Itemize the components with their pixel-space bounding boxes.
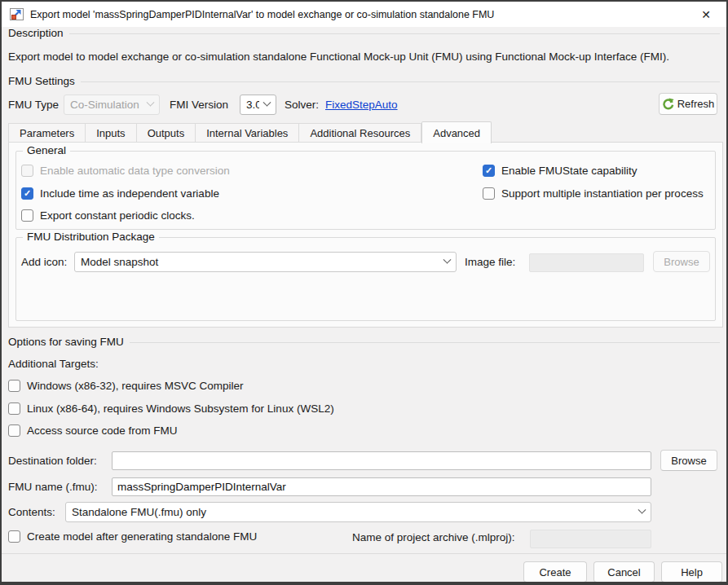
refresh-icon xyxy=(662,98,674,110)
advanced-tab-panel: General Enable automatic data type conve… xyxy=(8,142,723,328)
chevron-down-icon xyxy=(443,256,452,264)
tab-parameters[interactable]: Parameters xyxy=(8,123,86,143)
chevron-down-icon xyxy=(263,99,271,107)
fmu-type-label: FMU Type xyxy=(8,94,59,116)
checkbox-access-source-code[interactable]: Access source code from FMU xyxy=(8,424,178,437)
checkbox-icon xyxy=(8,402,20,415)
checkbox-icon xyxy=(8,530,20,543)
export-fmu-dialog: Export model 'massSpringDamperPIDInterna… xyxy=(0,0,728,585)
checkbox-target-linux-x86-64[interactable]: Linux (x86-64), requires Windows Subsyst… xyxy=(8,402,334,415)
contents-select[interactable]: Standalone FMU(.fmu) only xyxy=(65,502,651,522)
settings-tab-bar: Parameters Inputs Outputs Internal Varia… xyxy=(8,121,492,143)
image-file-label: Image file: xyxy=(465,251,515,273)
chevron-down-icon xyxy=(638,506,646,514)
chevron-down-icon xyxy=(147,99,155,107)
checkbox-fmustate-capability[interactable]: Enable FMUState capability xyxy=(483,165,638,177)
description-header: Description xyxy=(8,27,720,39)
solver-link[interactable]: FixedStepAuto xyxy=(325,99,398,111)
project-archive-label: Name of project archive (.mlproj): xyxy=(352,531,515,543)
checkbox-multiple-instantiation[interactable]: Support multiple instantiation per proce… xyxy=(483,187,704,200)
checkbox-icon xyxy=(21,209,33,222)
tab-internal-variables[interactable]: Internal Variables xyxy=(196,123,299,143)
fmi-version-label: FMI Version xyxy=(170,94,228,116)
refresh-button[interactable]: Refresh xyxy=(659,93,717,115)
window-title: Export model 'massSpringDamperPIDInterna… xyxy=(30,9,494,20)
checkbox-icon xyxy=(21,165,33,177)
checkbox-icon xyxy=(483,165,495,177)
additional-targets-label: Additional Targets: xyxy=(8,358,99,370)
checkbox-icon xyxy=(21,187,33,200)
image-browse-button: Browse xyxy=(653,251,710,272)
create-button[interactable]: Create xyxy=(523,561,587,583)
fmu-distribution-groupbox: FMU Distribution Package Add icon: Model… xyxy=(15,237,716,321)
fmi-version-select[interactable]: 3.0 xyxy=(240,95,276,115)
tab-inputs[interactable]: Inputs xyxy=(86,123,136,143)
general-groupbox: General Enable automatic data type conve… xyxy=(15,151,716,230)
checkbox-export-periodic-clocks[interactable]: Export constant periodic clocks. xyxy=(21,209,195,222)
fmu-type-select: Co-Simulation xyxy=(64,95,160,115)
checkbox-icon xyxy=(8,380,20,392)
description-text: Export model to model exchange or co-sim… xyxy=(8,51,669,63)
tab-additional-resources[interactable]: Additional Resources xyxy=(299,123,421,143)
tab-outputs[interactable]: Outputs xyxy=(137,123,196,143)
destination-folder-input[interactable] xyxy=(112,451,651,470)
add-icon-label: Add icon: xyxy=(21,251,67,273)
destination-folder-label: Destination folder: xyxy=(8,450,97,472)
checkbox-icon xyxy=(8,424,20,437)
fmu-name-label: FMU name (.fmu): xyxy=(8,476,98,498)
checkbox-target-windows-x86-32[interactable]: Windows (x86-32), requires MSVC Compiler xyxy=(8,380,244,392)
cancel-button[interactable]: Cancel xyxy=(593,561,655,583)
add-icon-select[interactable]: Model snapshot xyxy=(74,252,457,272)
export-model-icon xyxy=(10,8,24,20)
tab-advanced[interactable]: Advanced xyxy=(421,121,492,143)
checkbox-include-time-independent[interactable]: Include time as independent variable xyxy=(21,187,219,200)
help-button[interactable]: Help xyxy=(661,561,722,583)
checkbox-create-model-after[interactable]: Create model after generating standalone… xyxy=(8,530,257,543)
contents-label: Contents: xyxy=(8,501,55,523)
solver-label: Solver: xyxy=(285,94,319,116)
fmu-settings-header: FMU Settings xyxy=(8,75,720,87)
image-file-input xyxy=(529,253,644,272)
checkbox-icon xyxy=(483,187,495,200)
footer-divider xyxy=(2,553,726,554)
project-archive-input xyxy=(530,530,651,548)
fmu-name-input[interactable] xyxy=(112,477,651,496)
checkbox-auto-data-type-conversion[interactable]: Enable automatic data type conversion xyxy=(21,165,230,177)
title-bar: Export model 'massSpringDamperPIDInterna… xyxy=(2,2,726,27)
options-saving-header: Options for saving FMU xyxy=(8,336,720,348)
close-icon[interactable]: ✕ xyxy=(697,6,715,24)
destination-browse-button[interactable]: Browse xyxy=(660,450,717,471)
